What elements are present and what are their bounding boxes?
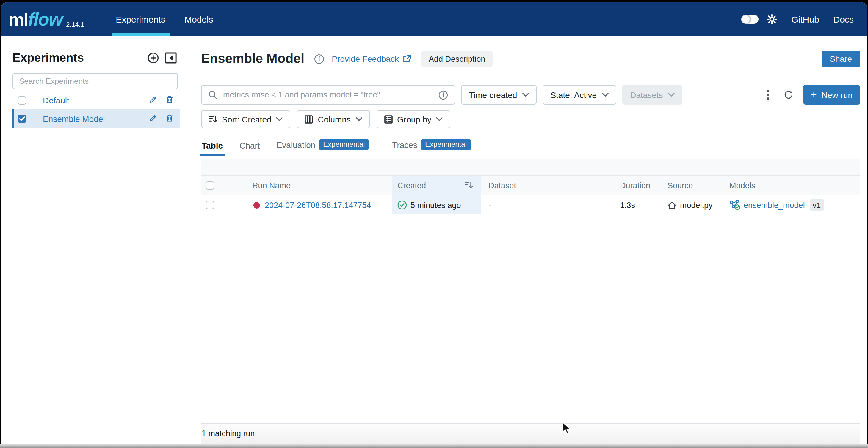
share-button[interactable]: Share [821,50,860,67]
run-name-link[interactable]: 2024-07-26T08:58:17.147754 [265,201,371,209]
runs-table-header: Run Name Created Dataset Duration Source… [201,176,860,196]
datasets-label: Datasets [630,90,663,100]
nav-tab-experiments[interactable]: Experiments [114,2,167,36]
rename-pencil-icon[interactable] [149,95,157,106]
source-value: model.py [680,201,713,209]
header-dataset[interactable]: Dataset [481,176,620,195]
created-value: 5 minutes ago [410,201,461,209]
collapse-sidebar-icon[interactable] [165,52,177,66]
sidebar-title: Experiments [12,51,84,65]
finished-check-icon [397,200,407,210]
model-link[interactable]: ensemble_model [744,201,805,209]
header-models[interactable]: Models [730,176,860,195]
navbar-right: GitHub Docs [741,14,854,24]
sort-label: Sort: Created [222,114,272,124]
select-all-checkbox[interactable] [206,181,214,189]
time-created-dropdown[interactable]: Time created [461,85,537,105]
window-bottom-edge [0,444,868,448]
tab-label: Traces [392,140,417,149]
models-cell: ensemble_model v1 [730,196,860,214]
experiments-sidebar: Experiments Default [1,36,193,444]
datasets-dropdown[interactable]: Datasets [622,85,683,105]
runs-filter-input[interactable] [222,90,438,100]
info-icon[interactable] [314,54,324,64]
chevron-down-icon [522,93,529,97]
header-duration[interactable]: Duration [620,176,668,195]
experimental-badge: Experimental [319,139,369,150]
matching-run-count: 1 matching run [202,429,860,438]
github-link[interactable]: GitHub [791,14,819,24]
logo-flow: flow [28,9,62,29]
rename-pencil-icon[interactable] [149,113,157,124]
state-label: State: Active [550,90,597,100]
table-footer: 1 matching run [201,423,860,444]
more-options-kebab-icon[interactable] [764,88,773,102]
search-experiments-input[interactable] [12,73,178,89]
settings-gear-icon[interactable] [767,14,777,24]
group-by-label: Group by [397,114,431,124]
header-source[interactable]: Source [668,176,730,195]
group-by-dropdown[interactable]: Group by [376,110,451,128]
add-description-button[interactable]: Add Description [422,50,493,67]
columns-icon [305,115,313,123]
sort-dropdown[interactable]: Sort: Created [201,110,290,128]
delete-trash-icon[interactable] [166,95,173,106]
nav-tab-models[interactable]: Models [183,2,215,36]
docs-link[interactable]: Docs [834,14,854,24]
toggle-knob [741,15,750,24]
sort-icon [209,115,217,123]
refresh-icon[interactable] [783,90,794,100]
run-table-row[interactable]: 2024-07-26T08:58:17.147754 5 minutes ago… [201,196,860,214]
row-select-cell [201,196,252,214]
tab-label: Table [202,141,223,150]
header-created[interactable]: Created [392,176,481,195]
tab-label: Evaluation [277,140,316,149]
tab-label: Chart [240,141,260,150]
dataset-cell: - [481,196,620,214]
add-experiment-icon[interactable] [148,52,159,66]
header-created-label: Created [397,181,426,190]
screen: ml flow 2.14.1 Experiments Models GitHub… [0,0,868,448]
runs-table-toolbar [201,159,860,176]
provide-feedback-link[interactable]: Provide Feedback [332,54,411,64]
query-info-icon[interactable] [438,90,448,100]
header-select-all-cell [201,176,252,195]
chevron-down-icon [276,117,283,121]
page-title: Ensemble Model [201,51,304,67]
filter-row: Time created State: Active Datasets [201,85,860,105]
experiment-link[interactable]: Ensemble Model [43,114,105,124]
tab-table[interactable]: Table [201,141,223,156]
mlflow-logo[interactable]: ml flow 2.14.1 [8,9,84,29]
new-run-label: New run [822,90,852,100]
new-run-button[interactable]: + New run [803,85,860,105]
tab-traces[interactable]: Traces Experimental [392,139,471,156]
experiment-list: Default [1,92,193,128]
experiment-item-ensemble-model[interactable]: Ensemble Model [12,109,180,128]
experimental-badge: Experimental [421,139,471,150]
columns-label: Columns [318,114,351,124]
search-icon [208,90,217,99]
header-run-name[interactable]: Run Name [252,176,392,195]
sort-descending-icon[interactable] [465,181,473,191]
chevron-down-icon [602,93,609,97]
experiment-item-default[interactable]: Default [12,92,180,109]
primary-nav: Experiments Models [114,2,230,36]
state-dropdown[interactable]: State: Active [542,85,616,105]
run-name-cell: 2024-07-26T08:58:17.147754 [252,196,392,214]
experiment-checkbox[interactable] [18,96,26,105]
created-cell: 5 minutes ago [392,196,481,214]
table-controls-row: Sort: Created Columns [201,110,860,128]
theme-toggle[interactable] [741,15,758,24]
columns-dropdown[interactable]: Columns [297,110,370,128]
external-link-icon [403,55,411,63]
row-checkbox[interactable] [206,201,214,209]
tab-chart[interactable]: Chart [239,141,260,156]
tab-evaluation[interactable]: Evaluation Experimental [276,139,370,156]
experiment-checkbox-checked[interactable] [18,115,26,123]
run-status-dot [253,202,260,208]
source-cell: model.py [668,196,730,214]
time-created-label: Time created [469,90,517,100]
delete-trash-icon[interactable] [166,113,173,124]
experiment-link[interactable]: Default [43,96,69,105]
registered-model-icon [730,200,741,210]
